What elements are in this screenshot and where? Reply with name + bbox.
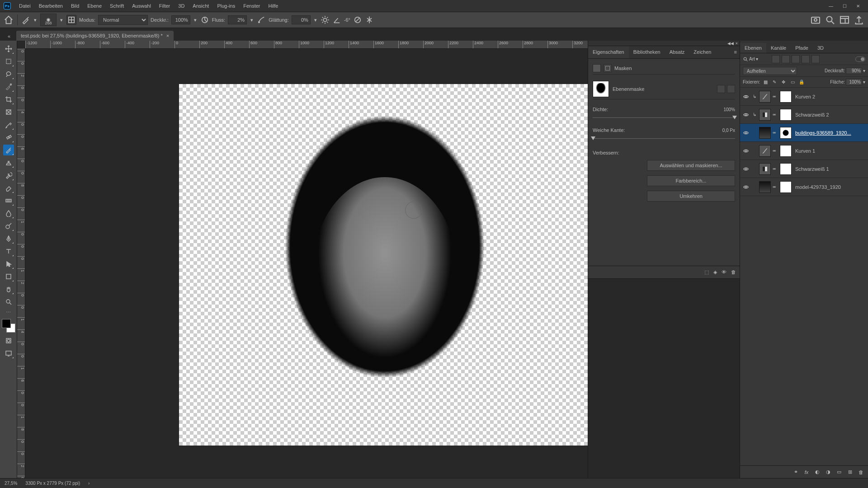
- history-brush-tool[interactable]: [3, 170, 14, 181]
- menu-schrift[interactable]: Schrift: [106, 1, 127, 10]
- visibility-eye-icon[interactable]: [742, 112, 750, 118]
- mask-link-icon[interactable]: ⚮: [773, 94, 778, 99]
- opacity-input[interactable]: [171, 15, 190, 24]
- tool-preset-dropdown-icon[interactable]: ▾: [33, 18, 38, 22]
- lock-transparency-icon[interactable]: ▦: [762, 79, 769, 86]
- layer-row[interactable]: ⚮model-429733_1920: [740, 178, 868, 196]
- pixel-mask-icon[interactable]: [593, 64, 601, 72]
- density-value[interactable]: 100%: [708, 107, 735, 112]
- feather-slider[interactable]: [593, 136, 735, 141]
- layer-mask-thumb[interactable]: [780, 127, 792, 139]
- layer-row[interactable]: ↳⚮Schwarzweiß 2: [740, 106, 868, 124]
- layer-name[interactable]: model-429733_1920: [795, 184, 866, 190]
- blend-mode-select[interactable]: Normal: [98, 15, 148, 25]
- delete-layer-icon[interactable]: 🗑: [857, 469, 864, 476]
- layer-filter-type[interactable]: Art ▾: [743, 56, 770, 62]
- tab-scroll-left-icon[interactable]: «: [5, 32, 14, 41]
- brush-preset-dropdown-icon[interactable]: ▾: [59, 18, 64, 22]
- lock-all-icon[interactable]: 🔒: [798, 79, 805, 86]
- smoothing-input[interactable]: [292, 15, 311, 24]
- filter-adjust-icon[interactable]: [782, 55, 790, 63]
- add-pixel-mask-icon[interactable]: [717, 85, 725, 93]
- document-tab[interactable]: test.psdc bei 27,5% (buildings-936589_19…: [16, 31, 174, 41]
- canvas[interactable]: [25, 49, 588, 478]
- shape-tool[interactable]: [3, 271, 14, 282]
- layer-row[interactable]: ⚮buildings-936589_1920...: [740, 124, 868, 142]
- menu-datei[interactable]: Datei: [15, 1, 34, 10]
- props-tab-eigenschaften[interactable]: Eigenschaften: [588, 46, 629, 58]
- props-tab-zeichen[interactable]: Zeichen: [689, 46, 716, 58]
- menu-plug-ins[interactable]: Plug-ins: [213, 1, 239, 10]
- window-minimize-icon[interactable]: —: [825, 1, 837, 10]
- pressure-size-icon[interactable]: [353, 15, 362, 24]
- feather-value[interactable]: 0,0 Px: [708, 128, 735, 133]
- airbrush-icon[interactable]: [257, 15, 266, 24]
- menu-fenster[interactable]: Fenster: [240, 1, 264, 10]
- frame-tool[interactable]: [3, 107, 14, 117]
- workspace-icon[interactable]: [839, 14, 850, 25]
- layer-name[interactable]: Schwarzweiß 1: [795, 166, 866, 172]
- add-mask-icon[interactable]: ◐: [814, 469, 821, 476]
- layers-tab-kanäle[interactable]: Kanäle: [766, 43, 791, 53]
- props-tab-absatz[interactable]: Absatz: [665, 46, 689, 58]
- disable-mask-icon[interactable]: 👁: [722, 269, 726, 275]
- fill-input[interactable]: [846, 79, 862, 85]
- menu-bearbeiten[interactable]: Bearbeiten: [35, 1, 66, 10]
- color-range-button[interactable]: Farbbereich...: [647, 175, 735, 186]
- menu-auswahl[interactable]: Auswahl: [128, 1, 155, 10]
- visibility-eye-icon[interactable]: [742, 166, 750, 172]
- mask-link-icon[interactable]: ⚮: [773, 149, 778, 153]
- layer-mask-thumb[interactable]: [780, 109, 792, 121]
- new-layer-icon[interactable]: ⊞: [846, 469, 854, 476]
- window-maximize-icon[interactable]: ☐: [838, 1, 851, 10]
- doc-info-flyout-icon[interactable]: ›: [88, 481, 90, 486]
- mask-link-icon[interactable]: ⚮: [773, 185, 778, 189]
- layer-blend-mode-select[interactable]: Aufhellen: [743, 67, 797, 75]
- filter-type-icon[interactable]: [792, 55, 800, 63]
- menu-ebene[interactable]: Ebene: [84, 1, 105, 10]
- layer-opacity-input[interactable]: [846, 67, 862, 74]
- collapse-panel-icon[interactable]: ◀◀: [727, 41, 734, 46]
- lock-position-icon[interactable]: ✥: [780, 79, 787, 86]
- layer-name[interactable]: Kurven 1: [795, 148, 866, 154]
- invert-button[interactable]: Umkehren: [647, 191, 735, 202]
- smoothing-dropdown-icon[interactable]: ▾: [313, 18, 318, 22]
- search-icon[interactable]: [825, 14, 835, 25]
- screen-mode-icon[interactable]: [3, 348, 14, 359]
- flow-dropdown-icon[interactable]: ▾: [250, 18, 254, 22]
- new-group-icon[interactable]: ▭: [835, 469, 843, 476]
- layers-tab-ebenen[interactable]: Ebenen: [740, 43, 766, 53]
- layers-tab-pfade[interactable]: Pfade: [791, 43, 813, 53]
- dodge-tool[interactable]: [3, 221, 14, 231]
- symmetry-icon[interactable]: [365, 15, 374, 24]
- layer-name[interactable]: buildings-936589_1920...: [795, 130, 866, 136]
- fill-dropdown-icon[interactable]: ▾: [863, 80, 865, 84]
- menu-filter[interactable]: Filter: [156, 1, 174, 10]
- cloud-docs-icon[interactable]: [810, 14, 821, 25]
- layer-mask-thumb[interactable]: [780, 145, 792, 157]
- layers-tab-3d[interactable]: 3D: [813, 43, 828, 53]
- filter-shape-icon[interactable]: [802, 55, 810, 63]
- eraser-tool[interactable]: [3, 183, 14, 193]
- mask-link-icon[interactable]: ⚮: [773, 131, 778, 135]
- vertical-ruler[interactable]: 00200400600800100012001400160018002000: [17, 49, 25, 478]
- type-tool[interactable]: [3, 246, 14, 257]
- brush-settings-icon[interactable]: [66, 15, 76, 25]
- layer-row[interactable]: ⚮Schwarzweiß 1: [740, 160, 868, 178]
- pen-tool[interactable]: [3, 233, 14, 244]
- lasso-tool[interactable]: [3, 69, 14, 80]
- layer-mask-thumb[interactable]: [780, 91, 792, 103]
- visibility-eye-icon[interactable]: [742, 184, 750, 190]
- marquee-tool[interactable]: [3, 56, 14, 67]
- props-tab-bibliotheken[interactable]: Bibliotheken: [629, 46, 665, 58]
- layer-mask-thumb[interactable]: [780, 181, 792, 193]
- blur-tool[interactable]: [3, 208, 14, 219]
- mask-link-icon[interactable]: ⚮: [773, 167, 778, 171]
- horizontal-ruler[interactable]: -1200-1000-800-600-400-20002004006008001…: [25, 41, 588, 49]
- brush-tool[interactable]: [3, 145, 14, 155]
- layer-name[interactable]: Kurven 2: [795, 94, 866, 99]
- menu-hilfe[interactable]: Hilfe: [264, 1, 282, 10]
- menu-ansicht[interactable]: Ansicht: [189, 1, 212, 10]
- healing-tool[interactable]: [3, 132, 14, 143]
- hand-tool[interactable]: [3, 284, 14, 295]
